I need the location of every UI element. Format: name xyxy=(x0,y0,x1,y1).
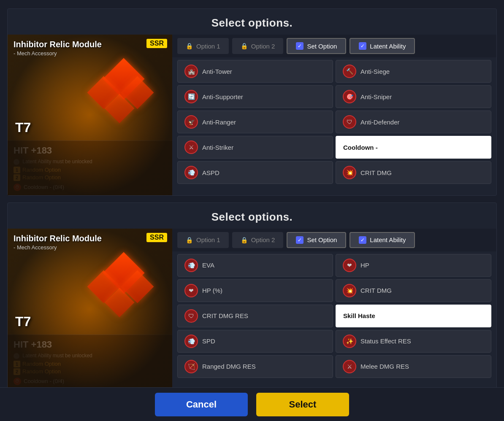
rarity-badge-1: SSR xyxy=(146,39,167,48)
option-icon-grid2-4: 🛡 xyxy=(184,309,198,323)
option-btn-grid1-8[interactable]: 💨ASPD xyxy=(177,161,333,184)
panel-2-title: Select options. xyxy=(8,203,496,229)
option-btn-grid1-5[interactable]: 🛡Anti-Defender xyxy=(336,111,491,133)
option-btn-grid2-6[interactable]: 💨SPD xyxy=(177,330,333,353)
options-panel-2: 🔒 Option 1 🔒 Option 2 ✓ Set Option ✓ Lat… xyxy=(172,229,496,389)
option-icon-grid1-3: 🎯 xyxy=(343,90,356,103)
option-label-grid1-3: Anti-Sniper xyxy=(360,93,392,100)
option-btn-grid2-9[interactable]: ⚔Melee DMG RES xyxy=(336,355,491,378)
option-icon-grid1-1: 🔨 xyxy=(343,65,356,78)
option-label-grid1-0: Anti-Tower xyxy=(202,68,232,75)
option-btn-grid1-4[interactable]: 🦅Anti-Ranger xyxy=(177,111,333,133)
option-label-grid2-0: EVA xyxy=(202,262,214,269)
option-label-grid1-6: Anti-Striker xyxy=(202,144,233,151)
option-label-grid2-9: Melee DMG RES xyxy=(360,363,409,370)
option-label-grid2-8: Ranged DMG RES xyxy=(202,363,256,370)
item-card-content-1: Inhibitor Relic Module - Mech Accessory … xyxy=(8,35,172,140)
option-icon-grid1-9: 💥 xyxy=(343,166,356,179)
option-icon-grid2-8: 🏹 xyxy=(184,360,198,373)
lock-icon-tab2-2: 🔒 xyxy=(241,237,248,243)
option-btn-grid2-3[interactable]: 💥CRIT DMG xyxy=(336,279,491,302)
option-label-grid2-3: CRIT DMG xyxy=(360,287,392,294)
tab-option2-label-2: Option 2 xyxy=(251,236,275,243)
option-btn-grid1-3[interactable]: 🎯Anti-Sniper xyxy=(336,85,491,108)
cancel-button[interactable]: Cancel xyxy=(155,393,248,416)
option-btn-grid1-2[interactable]: 🔄Anti-Supporter xyxy=(177,85,333,108)
tab-latent-1[interactable]: ✓ Latent Ability xyxy=(350,38,415,54)
option-label-grid1-4: Anti-Ranger xyxy=(202,119,236,126)
option-label-grid1-1: Anti-Siege xyxy=(360,68,390,75)
option-icon-grid2-2: ❤ xyxy=(184,284,198,297)
option-label-grid2-1: HP xyxy=(360,262,369,269)
option-icon-grid1-0: 🏰 xyxy=(184,65,198,78)
option-label-grid1-8: ASPD xyxy=(202,169,219,176)
tab-setoption-1[interactable]: ✓ Set Option xyxy=(287,38,346,54)
panel-2-body: Inhibitor Relic Module - Mech Accessory … xyxy=(8,229,496,389)
panel-1-body: Inhibitor Relic Module - Mech Accessory … xyxy=(8,35,496,195)
select-button[interactable]: Select xyxy=(256,393,349,416)
option-label-grid2-5: Skill Haste xyxy=(343,312,375,319)
option-icon-grid1-2: 🔄 xyxy=(184,90,198,103)
item-card-1: Inhibitor Relic Module - Mech Accessory … xyxy=(8,35,172,195)
option-btn-grid1-1[interactable]: 🔨Anti-Siege xyxy=(336,60,491,83)
option-icon-grid1-5: 🛡 xyxy=(343,115,356,129)
option-btn-grid1-0[interactable]: 🏰Anti-Tower xyxy=(177,60,333,83)
option-icon-grid2-1: ❤ xyxy=(343,259,356,272)
option-icon-grid1-6: ⚔ xyxy=(184,140,198,154)
option-label-grid1-9: CRIT DMG xyxy=(360,169,392,176)
option-btn-grid2-4[interactable]: 🛡CRIT DMG RES xyxy=(177,305,333,327)
option-btn-grid2-1[interactable]: ❤HP xyxy=(336,254,491,277)
tab-latent-label-2: Latent Ability xyxy=(370,236,406,243)
tab-setoption-label-2: Set Option xyxy=(307,236,337,243)
tab-setoption-2[interactable]: ✓ Set Option xyxy=(287,232,346,248)
tab-option1-1[interactable]: 🔒 Option 1 xyxy=(177,38,229,54)
bottom-bar: Cancel Select xyxy=(0,387,504,421)
check-setoption-1: ✓ xyxy=(296,42,303,50)
tab-latent-label-1: Latent Ability xyxy=(370,43,406,50)
lock-icon-tab1-2: 🔒 xyxy=(186,237,193,243)
options-panel-1: 🔒 Option 1 🔒 Option 2 ✓ Set Option ✓ Lat… xyxy=(172,35,496,195)
option-btn-grid2-7[interactable]: ✨Status Effect RES xyxy=(336,330,491,353)
main-container: Select options. Inhibitor Relic Module -… xyxy=(0,0,504,421)
option-label-grid2-7: Status Effect RES xyxy=(360,337,411,345)
tab-option2-1[interactable]: 🔒 Option 2 xyxy=(232,38,284,54)
option-label-grid1-7: Cooldown - xyxy=(343,144,378,151)
option-btn-grid1-9[interactable]: 💥CRIT DMG xyxy=(336,161,491,184)
tab-option2-2[interactable]: 🔒 Option 2 xyxy=(232,232,284,248)
option-btn-grid2-8[interactable]: 🏹Ranged DMG RES xyxy=(177,355,333,378)
option-icon-grid2-7: ✨ xyxy=(343,335,356,348)
option-btn-grid2-2[interactable]: ❤HP (%) xyxy=(177,279,333,302)
tab-latent-2[interactable]: ✓ Latent Ability xyxy=(350,232,415,248)
check-latent-1: ✓ xyxy=(359,42,366,50)
tab-option2-label-1: Option 2 xyxy=(251,43,275,50)
option-icon-grid1-4: 🦅 xyxy=(184,115,198,129)
tab-setoption-label-1: Set Option xyxy=(307,43,337,50)
panel-1: Select options. Inhibitor Relic Module -… xyxy=(7,8,497,196)
item-name-1: Inhibitor Relic Module xyxy=(14,40,166,49)
option-label-grid1-2: Anti-Supporter xyxy=(202,93,243,100)
tabs-row-2: 🔒 Option 1 🔒 Option 2 ✓ Set Option ✓ Lat… xyxy=(172,229,496,251)
option-label-grid2-4: CRIT DMG RES xyxy=(202,312,248,319)
options-grid-2: 💨EVA❤HP❤HP (%)💥CRIT DMG🛡CRIT DMG RESSkil… xyxy=(172,251,496,381)
options-grid-1: 🏰Anti-Tower🔨Anti-Siege🔄Anti-Supporter🎯An… xyxy=(172,57,496,186)
tab-option1-2[interactable]: 🔒 Option 1 xyxy=(177,232,229,248)
tab-option1-label-1: Option 1 xyxy=(196,43,220,50)
tier-2: T7 xyxy=(14,314,166,329)
option-btn-grid1-7[interactable]: Cooldown - xyxy=(336,136,491,159)
option-icon-grid2-9: ⚔ xyxy=(343,360,356,373)
check-setoption-2: ✓ xyxy=(296,236,303,244)
item-card-2: Inhibitor Relic Module - Mech Accessory … xyxy=(8,229,172,389)
option-btn-grid2-5[interactable]: Skill Haste xyxy=(336,305,491,327)
panel-1-title: Select options. xyxy=(8,9,496,35)
check-latent-2: ✓ xyxy=(359,236,366,244)
option-icon-grid1-8: 💨 xyxy=(184,166,198,179)
lock-icon-tab2: 🔒 xyxy=(241,43,248,49)
option-icon-grid2-6: 💨 xyxy=(184,335,198,348)
rarity-badge-2: SSR xyxy=(146,233,167,242)
option-label-grid2-6: SPD xyxy=(202,337,215,345)
option-btn-grid2-0[interactable]: 💨EVA xyxy=(177,254,333,277)
option-icon-grid2-0: 💨 xyxy=(184,259,198,272)
option-btn-grid1-6[interactable]: ⚔Anti-Striker xyxy=(177,136,333,159)
option-label-grid2-2: HP (%) xyxy=(202,287,222,294)
panel-2: Select options. Inhibitor Relic Module -… xyxy=(7,202,497,390)
